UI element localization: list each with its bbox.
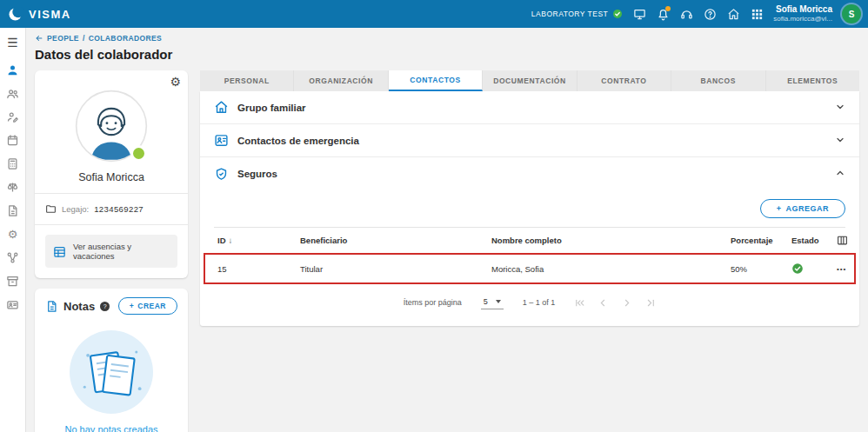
items-per-page-select[interactable]: 5 — [481, 296, 504, 309]
breadcrumb-people[interactable]: PEOPLE — [47, 34, 79, 43]
tab-personal[interactable]: PERSONAL — [200, 70, 294, 91]
tab-contrato[interactable]: CONTRATO — [578, 70, 671, 91]
section-grupo-familiar[interactable]: Grupo familiar — [200, 91, 859, 124]
add-seguro-button[interactable]: + AGREGAR — [760, 199, 845, 218]
notification-badge — [665, 6, 671, 11]
header-porcentaje[interactable]: Porcentaje — [731, 236, 791, 245]
notes-title: Notas — [63, 300, 95, 313]
empty-notes-illustration — [70, 330, 153, 414]
visma-logo[interactable]: VISMA — [0, 7, 71, 22]
sidebar-item-balance[interactable] — [5, 179, 21, 195]
top-bar: VISMA LABORATORY TEST Sofia Moricca sofi… — [0, 0, 868, 28]
sidebar-item-document[interactable] — [5, 203, 21, 218]
detail-tabs: PERSONAL ORGANIZACIÓN CONTACTOS DOCUMENT… — [200, 70, 859, 91]
profile-avatar — [75, 90, 148, 163]
cell-porcentaje: 50% — [731, 264, 791, 274]
no-notes-message: No hay notas creadas — [45, 424, 177, 432]
legajo-label: Legajo: — [62, 204, 89, 214]
table-row: 15 Titular Moricca, Sofia 50% ••• — [214, 254, 845, 284]
shield-check-icon — [214, 167, 229, 182]
help-icon[interactable] — [703, 7, 717, 21]
visma-swoosh-icon — [9, 7, 23, 22]
last-page-icon[interactable] — [644, 297, 656, 309]
breadcrumb-colaboradores[interactable]: COLABORADORES — [89, 34, 163, 43]
pagination: Ítems por página 5 1 – 1 of 1 — [200, 284, 859, 322]
absences-grid-icon — [53, 245, 66, 258]
cell-id: 15 — [217, 264, 300, 274]
chevron-down-icon — [835, 100, 845, 116]
online-status-dot — [130, 145, 147, 162]
sort-desc-icon: ↓ — [229, 236, 233, 245]
notes-help-icon[interactable]: ? — [100, 302, 110, 311]
menu-icon[interactable]: ☰ — [5, 35, 21, 50]
contactos-panel: Grupo familiar Contactos de emergencia — [200, 91, 859, 326]
divider — [35, 193, 188, 194]
plus-icon: + — [777, 204, 782, 213]
sidebar-item-archive[interactable] — [5, 273, 21, 289]
house-icon — [214, 100, 229, 115]
seguros-table: ID↓ Beneficiario Nombre completo Porcent… — [214, 227, 845, 284]
folder-icon — [45, 203, 57, 215]
environment-label: LABORATORY TEST — [531, 9, 623, 19]
note-document-icon — [45, 300, 58, 313]
sidebar-item-team[interactable] — [5, 85, 21, 101]
sidebar-item-id-card[interactable] — [5, 296, 21, 312]
caret-down-icon — [496, 300, 501, 303]
column-picker-icon[interactable] — [837, 235, 848, 246]
status-ok-icon — [791, 263, 837, 275]
breadcrumb: PEOPLE / COLABORADORES — [35, 34, 859, 43]
previous-page-icon[interactable] — [598, 297, 609, 309]
profile-settings-gear-icon[interactable]: ⚙ — [170, 76, 181, 88]
main-content: PEOPLE / COLABORADORES Datos del colabor… — [26, 28, 868, 432]
chevron-down-icon — [835, 133, 845, 149]
brand-name: VISMA — [29, 8, 71, 21]
header-estado[interactable]: Estado — [791, 236, 837, 245]
sidebar-item-calendar[interactable] — [5, 132, 21, 148]
user-avatar[interactable]: S — [842, 4, 861, 23]
notifications-bell-icon[interactable] — [656, 7, 670, 21]
sidebar-item-workflow[interactable] — [5, 249, 21, 265]
tab-documentacion[interactable]: DOCUMENTACIÓN — [483, 70, 577, 91]
apps-grid-icon[interactable] — [750, 7, 764, 21]
header-nombre-completo[interactable]: Nombre completo — [491, 236, 731, 245]
items-per-page-label: Ítems por página — [404, 298, 462, 307]
divider — [35, 224, 188, 225]
page-title: Datos del colaborador — [35, 47, 859, 62]
display-icon[interactable] — [632, 7, 646, 21]
back-icon[interactable] — [35, 34, 43, 43]
next-page-icon[interactable] — [621, 297, 632, 309]
breadcrumb-separator: / — [83, 34, 85, 43]
sidebar-item-person-edit[interactable] — [5, 109, 21, 124]
app-window: VISMA LABORATORY TEST Sofia Moricca sofi… — [0, 0, 868, 432]
tab-contactos[interactable]: CONTACTOS — [389, 70, 483, 91]
app-sidebar: ☰ ⚙ — [0, 28, 26, 432]
employee-name: Sofia Moricca — [45, 171, 177, 183]
row-actions-menu[interactable]: ••• — [837, 265, 846, 273]
first-page-icon[interactable] — [574, 297, 585, 309]
cell-beneficiario: Titular — [300, 264, 491, 274]
contact-card-icon — [214, 133, 229, 148]
cell-nombre-completo: Moricca, Sofia — [491, 264, 731, 274]
section-seguros[interactable]: Seguros — [200, 157, 859, 190]
user-email: sofia.moricca@vi... — [773, 15, 832, 23]
legajo-value: 1234569227 — [94, 204, 144, 214]
header-id[interactable]: ID↓ — [217, 236, 300, 245]
create-note-button[interactable]: + CREAR — [118, 297, 177, 315]
section-contactos-emergencia[interactable]: Contactos de emergencia — [200, 124, 859, 157]
env-check-icon — [612, 9, 623, 19]
sidebar-item-settings[interactable]: ⚙ — [5, 226, 21, 242]
absences-vacations-button[interactable]: Ver ausencias y vacaciones — [45, 235, 177, 268]
tab-bancos[interactable]: BANCOS — [671, 70, 765, 91]
support-headset-icon[interactable] — [679, 7, 693, 21]
sidebar-item-calculator[interactable] — [5, 156, 21, 171]
page-range: 1 – 1 of 1 — [523, 298, 556, 307]
seguros-content: + AGREGAR ID↓ Beneficiario Nombre comple… — [200, 190, 859, 326]
home-icon[interactable] — [726, 7, 740, 21]
sidebar-item-employee[interactable] — [5, 62, 21, 77]
plus-icon: + — [130, 302, 134, 310]
user-menu[interactable]: Sofia Moricca sofia.moricca@vi... — [773, 4, 832, 24]
tab-elementos[interactable]: ELEMENTOS — [766, 70, 859, 91]
header-beneficiario[interactable]: Beneficiario — [300, 236, 491, 245]
tab-organizacion[interactable]: ORGANIZACIÓN — [294, 70, 388, 91]
user-name: Sofia Moricca — [773, 4, 832, 16]
